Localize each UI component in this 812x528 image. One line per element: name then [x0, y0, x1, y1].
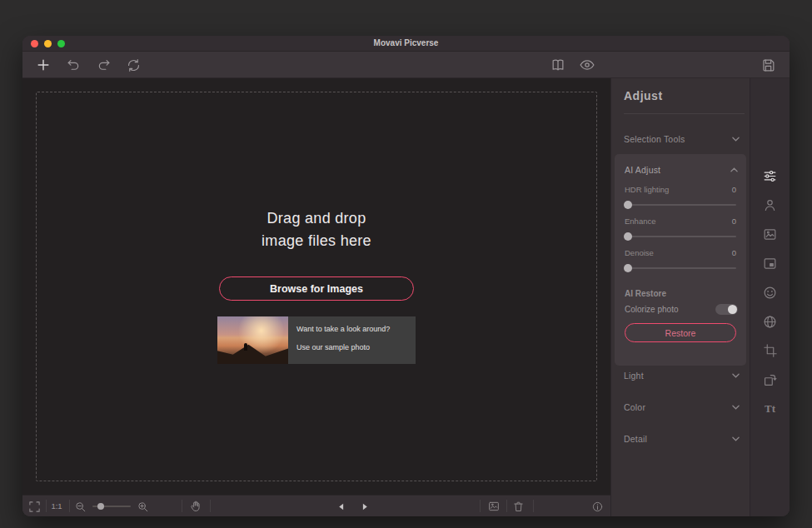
ai-adjust-header[interactable]: AI Adjust	[625, 162, 738, 177]
section-detail[interactable]: Detail	[611, 429, 750, 449]
window-title: Movavi Picverse	[22, 38, 790, 47]
rotate-canvas-icon	[762, 372, 778, 388]
person-icon	[762, 197, 778, 213]
slider-value: 0	[732, 217, 736, 226]
redo-icon	[96, 57, 112, 73]
tool-stickers[interactable]	[760, 282, 781, 302]
fit-to-screen-button[interactable]	[26, 498, 42, 515]
zoom-out-icon	[74, 501, 87, 513]
section-color[interactable]: Color	[611, 397, 750, 417]
chevron-up-icon	[730, 167, 738, 172]
info-icon	[591, 501, 604, 513]
statusbar-separator	[182, 500, 182, 512]
compare-book-icon	[550, 57, 566, 73]
section-label: Color	[624, 402, 645, 412]
next-image-button[interactable]	[356, 498, 372, 515]
image-dropzone[interactable]: Drag and drop image files here Browse fo…	[36, 92, 597, 481]
before-after-compare-button[interactable]	[549, 56, 567, 74]
zoom-slider-thumb[interactable]	[97, 503, 104, 510]
canvas-area: Drag and drop image files here Browse fo…	[22, 78, 610, 495]
sample-photo-card[interactable]: Want to take a look around? Use our samp…	[217, 316, 416, 364]
hand-tool-button[interactable]	[187, 498, 204, 515]
tool-crop[interactable]	[760, 341, 781, 361]
colorize-photo-label: Colorize photo	[625, 305, 678, 314]
statusbar-separator	[506, 500, 507, 512]
tool-insert-image[interactable]	[760, 253, 781, 273]
colorize-photo-row: Colorize photo	[625, 303, 738, 316]
title-bar: Movavi Picverse	[22, 36, 790, 52]
tool-retouch[interactable]	[760, 195, 781, 215]
text-tool-icon: Tt	[765, 402, 775, 416]
adjust-panel: Adjust Selection Tools AI Adjust	[610, 78, 750, 516]
smiley-icon	[762, 285, 778, 301]
colorize-photo-toggle[interactable]	[715, 304, 738, 315]
sample-card-line1: Want to take a look around?	[296, 325, 407, 333]
slider-thumb[interactable]	[624, 264, 632, 272]
slider-label: HDR lighting	[625, 185, 669, 194]
section-label: Light	[624, 371, 644, 381]
zoom-in-button[interactable]	[134, 498, 151, 515]
redo-button[interactable]	[94, 56, 112, 74]
preview-original-button[interactable]	[578, 56, 596, 74]
picture-in-picture-icon	[762, 256, 778, 271]
tool-change-background[interactable]	[760, 224, 781, 244]
save-button[interactable]	[759, 56, 777, 74]
tool-rotate[interactable]	[760, 370, 781, 390]
slider-value: 0	[732, 248, 736, 257]
chevron-down-icon	[732, 405, 740, 410]
statusbar-separator	[480, 500, 481, 512]
image-icon	[487, 500, 501, 513]
chevron-down-icon	[732, 436, 740, 441]
chevron-down-icon	[732, 373, 740, 378]
dropzone-caption-line1: Drag and drop	[37, 207, 596, 230]
ai-adjust-section: AI Adjust HDR lighting 0 Enhance	[615, 154, 746, 366]
sync-icon	[126, 57, 142, 73]
status-bar: 1:1	[22, 495, 610, 516]
next-arrow-icon	[359, 501, 370, 512]
reset-changes-button[interactable]	[124, 56, 142, 74]
show-image-button[interactable]	[486, 498, 502, 515]
fit-to-screen-icon	[28, 501, 41, 513]
zoom-out-button[interactable]	[72, 498, 88, 515]
sample-card-line2: Use our sample photo	[296, 343, 407, 351]
app-window: Movavi Picverse	[22, 36, 790, 516]
delete-image-button[interactable]	[510, 498, 526, 515]
slider-thumb[interactable]	[624, 232, 632, 241]
zoom-in-icon	[137, 501, 149, 513]
desktop-background: Movavi Picverse	[0, 0, 812, 528]
toggle-knob	[728, 305, 737, 314]
tool-effects[interactable]	[760, 311, 781, 331]
save-disk-icon	[760, 57, 776, 73]
adjust-sliders-icon	[762, 168, 778, 184]
enhance-slider[interactable]	[625, 236, 736, 237]
statusbar-separator	[69, 500, 70, 512]
denoise-slider[interactable]	[625, 267, 736, 269]
undo-button[interactable]	[64, 56, 82, 74]
image-mountain-icon	[762, 227, 778, 242]
zoom-slider[interactable]	[92, 506, 131, 507]
toolbar-left-group	[34, 56, 142, 74]
restore-button[interactable]: Restore	[625, 323, 736, 342]
toolbar-view-group	[549, 56, 596, 74]
panel-divider	[624, 113, 745, 114]
trash-icon	[512, 501, 525, 513]
ai-restore-label: AI Restore	[625, 289, 666, 298]
section-selection-tools[interactable]: Selection Tools	[611, 129, 750, 149]
dropzone-caption-line2: image files here	[37, 230, 596, 252]
zoom-ratio-button[interactable]: 1:1	[47, 501, 66, 511]
previous-arrow-icon	[336, 501, 347, 512]
previous-image-button[interactable]	[333, 498, 350, 515]
info-button[interactable]	[589, 498, 605, 515]
undo-icon	[66, 57, 82, 73]
tool-adjust[interactable]	[760, 166, 781, 186]
section-light[interactable]: Light	[611, 366, 750, 386]
window-body: Drag and drop image files here Browse fo…	[22, 78, 790, 516]
browse-for-images-button[interactable]: Browse for Images	[219, 276, 414, 301]
tool-text[interactable]: Tt	[760, 399, 781, 419]
hdr-lighting-slider[interactable]	[625, 204, 736, 206]
plus-icon	[35, 57, 52, 73]
slider-thumb[interactable]	[624, 201, 632, 209]
section-label: Selection Tools	[624, 134, 685, 144]
panel-title: Adjust	[624, 89, 663, 102]
add-image-button[interactable]	[34, 56, 52, 74]
